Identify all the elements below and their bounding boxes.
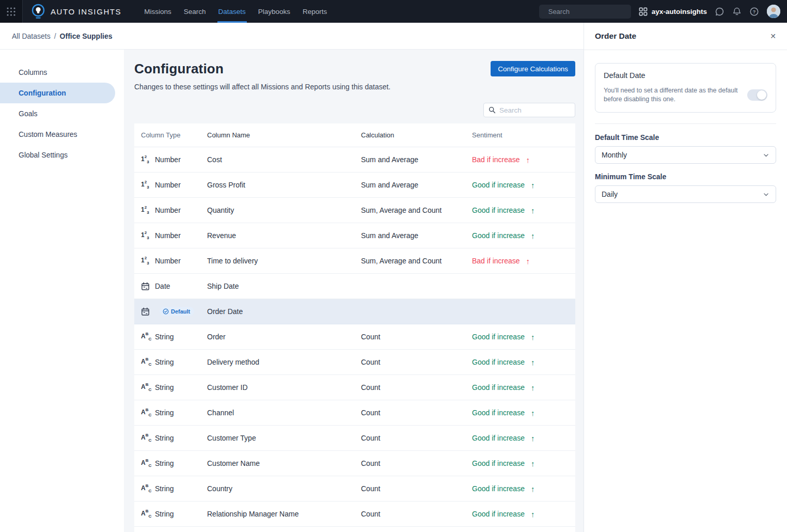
sidebar-item-global-settings[interactable]: Global Settings bbox=[0, 145, 124, 165]
column-type-cell: ABC String bbox=[134, 408, 207, 417]
calculation-value: Sum and Average bbox=[361, 231, 472, 240]
column-type-cell: ABC String bbox=[134, 484, 207, 493]
primary-nav: MissionsSearchDatasetsPlaybooksReports bbox=[138, 0, 333, 23]
help-button[interactable]: ? bbox=[749, 7, 759, 17]
minimum-time-scale-select[interactable]: Daily bbox=[595, 185, 776, 203]
notifications-button[interactable] bbox=[732, 7, 742, 17]
table-row[interactable]: ABC String Delivery method Count Good i bbox=[134, 350, 575, 375]
toggle-knob bbox=[757, 90, 766, 100]
sidebar-item-custom-measures[interactable]: Custom Measures bbox=[0, 124, 124, 145]
column-type-cell: ABC String bbox=[134, 509, 207, 519]
number-type-icon: 123 bbox=[141, 180, 150, 190]
workspace-switcher[interactable]: ayx-autoinsights bbox=[639, 7, 707, 16]
number-type-icon: 123 bbox=[141, 256, 150, 265]
header-column-name: Column Name bbox=[207, 131, 361, 139]
main-content: Configuration Configure Calculations Cha… bbox=[124, 50, 584, 532]
sentiment-label: Good if increase bbox=[472, 358, 525, 366]
table-row[interactable]: ABC String Customer Name Count Good if bbox=[134, 451, 575, 476]
table-row[interactable]: 123 Number Revenue Sum and Average Good bbox=[134, 223, 575, 248]
table-row[interactable]: ABC String Order Count Good if increase bbox=[134, 324, 575, 350]
string-type-icon: ABC bbox=[141, 357, 150, 367]
arrow-up-icon: ↑ bbox=[531, 231, 535, 240]
arrow-up-icon: ↑ bbox=[531, 510, 535, 519]
table-row[interactable]: ABC String Relationship Manager Name Cou… bbox=[134, 502, 575, 527]
sentiment-control[interactable]: Good if increase ↑ bbox=[472, 231, 575, 240]
sentiment-control[interactable]: Good if increase ↑ bbox=[472, 484, 575, 493]
nav-item-datasets[interactable]: Datasets bbox=[212, 0, 252, 23]
sentiment-control[interactable]: Good if increase ↑ bbox=[472, 333, 575, 341]
sentiment-control[interactable]: Bad if increase ↑ bbox=[472, 155, 575, 164]
string-type-icon: ABC bbox=[141, 332, 150, 341]
sidebar-item-columns[interactable]: Columns bbox=[0, 62, 124, 83]
string-type-icon: ABC bbox=[141, 408, 150, 417]
number-type-icon: 123 bbox=[141, 155, 150, 164]
breadcrumb-all-datasets[interactable]: All Datasets bbox=[12, 32, 51, 40]
nav-item-missions[interactable]: Missions bbox=[138, 0, 178, 23]
table-header: Column Type Column Name Calculation Sent… bbox=[134, 123, 575, 147]
chat-button[interactable] bbox=[715, 7, 725, 17]
table-row[interactable]: 123 Number Cost Sum and Average Bad if bbox=[134, 147, 575, 173]
column-type-cell: 123 Number bbox=[134, 231, 207, 240]
string-type-icon: ABC bbox=[141, 509, 150, 519]
sentiment-label: Good if increase bbox=[472, 409, 525, 417]
default-date-toggle[interactable] bbox=[747, 89, 767, 101]
nav-item-playbooks[interactable]: Playbooks bbox=[252, 0, 296, 23]
global-search-input[interactable] bbox=[548, 8, 639, 15]
calculation-value: Count bbox=[361, 484, 472, 493]
default-time-scale-select[interactable]: Monthly bbox=[595, 146, 776, 164]
column-type-cell: 123 Number bbox=[134, 256, 207, 265]
sidebar-item-goals[interactable]: Goals bbox=[0, 103, 124, 124]
nav-item-reports[interactable]: Reports bbox=[296, 0, 333, 23]
sentiment-control[interactable]: Good if increase ↑ bbox=[472, 510, 575, 519]
sentiment-control[interactable]: Good if increase ↑ bbox=[472, 206, 575, 215]
global-search[interactable] bbox=[539, 5, 631, 19]
sentiment-label: Good if increase bbox=[472, 484, 525, 493]
table-row[interactable]: Default Order Date bbox=[134, 299, 575, 324]
sentiment-label: Good if increase bbox=[472, 231, 525, 240]
sentiment-control[interactable]: Bad if increase ↑ bbox=[472, 257, 575, 265]
default-time-scale-value: Monthly bbox=[602, 151, 627, 159]
sentiment-label: Bad if increase bbox=[472, 155, 520, 164]
table-row[interactable]: 123 Number Time to delivery Sum, Average… bbox=[134, 248, 575, 274]
sidebar-item-configuration[interactable]: Configuration bbox=[0, 83, 115, 103]
sentiment-control[interactable]: Good if increase ↑ bbox=[472, 434, 575, 443]
table-row[interactable]: ABC String Channel Count Good if increa bbox=[134, 400, 575, 426]
sentiment-label: Good if increase bbox=[472, 181, 525, 189]
column-name: Time to delivery bbox=[207, 257, 361, 265]
table-row[interactable]: ABC String Customer ID Count Good if in bbox=[134, 375, 575, 400]
table-row[interactable]: 123 Number Quantity Sum, Average and Cou… bbox=[134, 198, 575, 223]
table-search[interactable] bbox=[483, 103, 575, 117]
table-search-input[interactable] bbox=[499, 106, 570, 114]
nav-item-search[interactable]: Search bbox=[178, 0, 212, 23]
sentiment-control[interactable]: Good if increase ↑ bbox=[472, 383, 575, 392]
table-row[interactable]: ABC String Customer Type Count Good if bbox=[134, 426, 575, 451]
sentiment-control[interactable]: Good if increase ↑ bbox=[472, 358, 575, 367]
arrow-up-icon: ↑ bbox=[526, 155, 530, 164]
table-row[interactable]: Date Ship Date bbox=[134, 274, 575, 299]
page-subtitle: Changes to these settings will affect al… bbox=[134, 83, 575, 91]
search-icon bbox=[489, 106, 496, 114]
sentiment-label: Good if increase bbox=[472, 206, 525, 214]
arrow-up-icon: ↑ bbox=[531, 459, 535, 468]
minimum-time-scale-value: Daily bbox=[602, 190, 618, 198]
sentiment-control[interactable]: Good if increase ↑ bbox=[472, 459, 575, 468]
column-name: Customer Type bbox=[207, 434, 361, 442]
table-row[interactable]: ABC String Country Count Good if increa bbox=[134, 476, 575, 502]
user-avatar[interactable] bbox=[767, 5, 780, 18]
column-type-label: Date bbox=[155, 282, 170, 290]
calculation-value: Count bbox=[361, 333, 472, 341]
arrow-up-icon: ↑ bbox=[526, 257, 530, 265]
close-panel-button[interactable]: ✕ bbox=[770, 32, 776, 40]
sentiment-control[interactable]: Good if increase ↑ bbox=[472, 409, 575, 417]
arrow-up-icon: ↑ bbox=[531, 358, 535, 367]
app-launcher-button[interactable] bbox=[0, 0, 23, 23]
column-type-cell: ABC String bbox=[134, 459, 207, 468]
configure-calculations-button[interactable]: Configure Calculations bbox=[491, 61, 575, 76]
table-overflow-row bbox=[134, 527, 575, 532]
column-name: Delivery method bbox=[207, 358, 361, 366]
default-time-scale-label: Default Time Scale bbox=[595, 133, 776, 142]
grid-dots-icon bbox=[6, 7, 16, 17]
table-row[interactable]: 123 Number Gross Profit Sum and Average bbox=[134, 173, 575, 198]
sentiment-control[interactable]: Good if increase ↑ bbox=[472, 181, 575, 190]
default-date-title: Default Date bbox=[604, 71, 767, 80]
